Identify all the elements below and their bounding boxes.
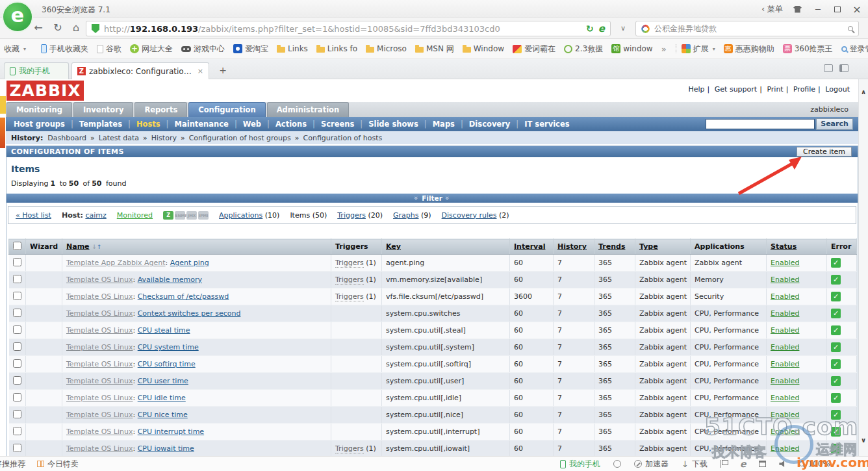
close-button[interactable]: × (851, 3, 863, 16)
row-checkbox[interactable] (13, 393, 21, 401)
subnav-actions[interactable]: Actions (275, 120, 307, 129)
url-field[interactable]: http://192.168.0.193/zabbix/items.php?fi… (86, 21, 611, 36)
browser-menu-button[interactable]: ‹菜单 (761, 4, 783, 15)
col-key[interactable]: Key (382, 239, 510, 255)
col-name[interactable]: Name ↓↑ (62, 239, 331, 255)
search-magnifier-icon[interactable] (848, 26, 853, 31)
bookmark-folder[interactable]: Links fo (316, 44, 357, 53)
tab-close-icon[interactable]: × (198, 67, 203, 75)
scroll-up-icon[interactable]: ∧ (859, 88, 868, 95)
item-name-link[interactable]: Context switches per second (138, 309, 241, 318)
bookmark-item[interactable]: 手机收藏夹 (41, 44, 88, 55)
tab-monitoring[interactable]: Monitoring (6, 102, 72, 117)
row-checkbox[interactable] (13, 359, 21, 368)
template-link[interactable]: Template OS Linux (66, 444, 133, 453)
global-search-input[interactable] (706, 119, 815, 129)
template-link[interactable]: Template OS Linux (66, 309, 133, 318)
tab-configuration[interactable]: Configuration (188, 102, 265, 117)
col-trends[interactable]: Trends (594, 239, 635, 255)
bookmarks-overflow-icon[interactable]: » (661, 44, 667, 54)
row-checkbox[interactable] (13, 325, 21, 334)
crumb-config-host-groups[interactable]: Configuration of host groups (189, 134, 291, 142)
subnav-it-services[interactable]: IT services (524, 120, 569, 129)
template-link[interactable]: Template App Zabbix Agent (66, 259, 166, 267)
col-type[interactable]: Type (635, 239, 691, 255)
row-checkbox[interactable] (13, 427, 21, 435)
item-name-link[interactable]: CPU interrupt time (138, 427, 204, 436)
bookmark-folder[interactable]: Links (277, 44, 308, 53)
tab-reports[interactable]: Reports (134, 102, 187, 117)
item-name-link[interactable]: CPU iowait time (138, 444, 194, 453)
tab-my-phone[interactable]: 我的手机 (4, 62, 69, 79)
crumb-latest-data[interactable]: Latest data (99, 134, 139, 142)
row-checkbox[interactable] (13, 342, 21, 351)
col-status[interactable]: Status (767, 239, 827, 255)
template-link[interactable]: Template OS Linux (66, 292, 133, 301)
print-link[interactable]: Print (767, 85, 783, 94)
search-button[interactable]: Search (816, 118, 853, 130)
extensions-button[interactable]: 扩展▾ (682, 44, 715, 55)
status-link[interactable]: Enabled (771, 427, 799, 436)
status-link[interactable]: Enabled (771, 360, 799, 368)
subnav-hosts[interactable]: Hosts (136, 120, 160, 129)
status-link[interactable]: Enabled (771, 394, 799, 402)
browser-search-input[interactable] (654, 24, 843, 33)
crumb-dashboard[interactable]: Dashboard (47, 134, 86, 142)
status-link[interactable]: Enabled (771, 292, 799, 301)
item-name-link[interactable]: Checksum of /etc/passwd (138, 292, 229, 301)
logout-link[interactable]: Logout (825, 85, 850, 94)
triggers-popup-link[interactable]: Triggers (335, 259, 364, 268)
status-link[interactable]: Enabled (771, 309, 799, 318)
bookmark-item[interactable]: 馆window (611, 44, 653, 53)
row-checkbox[interactable] (13, 275, 21, 283)
daily-deals-button[interactable]: 今日特卖 (37, 459, 79, 470)
status-link[interactable]: Enabled (771, 444, 799, 453)
status-link[interactable]: Enabled (771, 275, 799, 284)
maximize-button[interactable] (834, 6, 841, 12)
status-link[interactable]: Enabled (771, 326, 799, 335)
tab-list-icon[interactable] (839, 64, 849, 72)
favorites-menu[interactable]: 收藏▾ (4, 44, 26, 55)
huihui-shopping-button[interactable]: 惠惠惠购物助 (724, 44, 774, 55)
help-link[interactable]: Help (689, 85, 705, 94)
bookmark-folder[interactable]: Microso (366, 44, 407, 53)
graphs-link[interactable]: Graphs (393, 211, 418, 220)
flag-icon[interactable] (721, 460, 727, 468)
discovery-rules-link[interactable]: Discovery rules (442, 211, 497, 220)
template-link[interactable]: Template OS Linux (66, 343, 133, 351)
home-icon[interactable]: ⌂ (69, 21, 83, 34)
host-name-link[interactable]: caimz (85, 211, 106, 220)
crumb-config-hosts[interactable]: Configuration of hosts (303, 134, 383, 142)
triggers-popup-link[interactable]: Triggers (335, 292, 364, 301)
status-link[interactable]: Enabled (771, 343, 799, 351)
browser-search-box[interactable] (635, 21, 859, 36)
triggers-popup-link[interactable]: Triggers (335, 444, 364, 453)
subnav-maps[interactable]: Maps (433, 120, 455, 129)
template-link[interactable]: Template OS Linux (66, 326, 133, 335)
subnav-slide-shows[interactable]: Slide shows (368, 120, 418, 129)
host-list-link[interactable]: « Host list (16, 211, 51, 220)
monitored-link[interactable]: Monitored (117, 211, 153, 220)
bookmark-item[interactable]: 2.3救援 (564, 44, 603, 55)
col-history[interactable]: History (554, 239, 594, 255)
minimize-button[interactable]: ─ (812, 5, 824, 14)
subnav-screens[interactable]: Screens (321, 120, 354, 129)
download-button[interactable]: ↓下载 (682, 459, 708, 470)
browser-logo[interactable]: e (2, 1, 33, 32)
bookmark-item[interactable]: 爱词霸在 (513, 44, 555, 55)
item-name-link[interactable]: Agent ping (170, 259, 209, 267)
row-checkbox[interactable] (13, 376, 21, 385)
select-all-checkbox[interactable] (13, 242, 21, 250)
row-checkbox[interactable] (13, 292, 21, 300)
compat-mode-icon[interactable]: e (598, 23, 605, 34)
template-link[interactable]: Template OS Linux (66, 427, 133, 436)
bookmark-item[interactable]: 谷歌 (97, 44, 121, 55)
my-phone-button[interactable]: 我的手机 (560, 459, 600, 470)
zabbix-logo[interactable]: ZABBIX (6, 81, 84, 101)
status-link[interactable]: Enabled (771, 259, 799, 267)
item-name-link[interactable]: CPU user time (138, 377, 188, 385)
ticket-king-button[interactable]: 票360抢票王 (783, 44, 833, 55)
item-name-link[interactable]: CPU nice time (138, 411, 188, 419)
row-checkbox[interactable] (13, 309, 21, 317)
haosou-promo[interactable]: 好搜推荐 (0, 459, 25, 470)
